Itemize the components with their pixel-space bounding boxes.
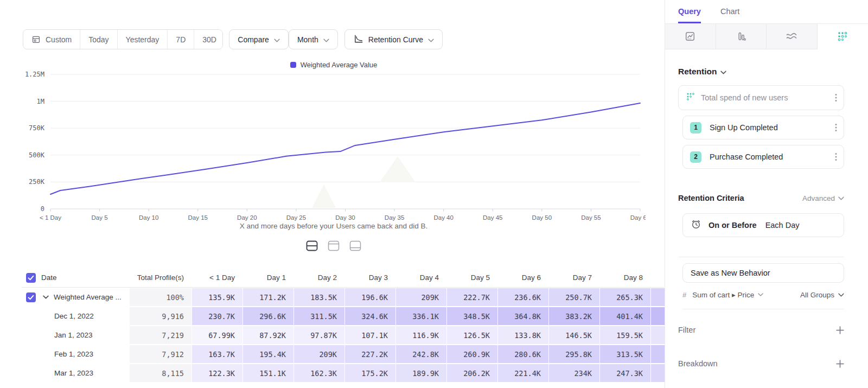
range-7d[interactable]: 7D [167,30,194,49]
retention-value-cell: 97.87K [294,326,344,344]
range-custom[interactable]: Custom [23,30,80,49]
x-axis-labels: < 1 DayDay 5Day 10Day 15Day 20Day 25Day … [40,214,646,221]
retention-value-cell: 122.3K [192,364,242,382]
retention-curve-chart[interactable]: 0250K500K750K1M1.25M < 1 DayDay 5Day 10D… [16,69,646,222]
step-event-label: Purchase Completed [710,152,783,161]
save-as-new-behavior-button[interactable]: Save as New Behavior [682,263,844,283]
chart-only-view-toggle-button[interactable] [324,237,343,255]
add-filter-button[interactable] [836,326,844,334]
svg-text:Day 25: Day 25 [286,214,306,221]
section-breakdown: Breakdown [678,359,844,368]
split-view-toggle-button[interactable] [302,237,322,255]
range-30d[interactable]: 30D [194,30,223,49]
step-number-badge: 1 [690,122,701,133]
kebab-menu-icon[interactable] [835,123,837,132]
retention-value-cell: 135.9K [192,288,242,306]
row-label: Jan 1, 2023 [22,326,129,344]
criteria-mode-dropdown[interactable]: Advanced [802,194,844,202]
behavior-step[interactable]: 1Sign Up Completed [682,116,844,139]
range-yesterday[interactable]: Yesterday [117,30,168,49]
column-header: Day 4 [396,268,446,287]
retention-value-cell: 348.5K [447,307,497,325]
svg-text:Day 10: Day 10 [139,214,158,221]
measure-property-label: Sum of cart ▸ Price [692,290,754,299]
total-profiles-cell: 7,219 [130,326,192,344]
retention-value-cell: 162.3K [294,364,344,382]
criteria-condition-label: On or Before [709,221,757,230]
kebab-menu-icon[interactable] [835,152,837,161]
select-all-checkbox[interactable] [26,273,36,283]
chevron-down-icon [838,293,844,297]
retention-value-cell: 209K [396,288,446,306]
row-checkbox[interactable] [26,292,36,302]
row-expand-caret-icon[interactable] [43,295,49,299]
y-axis-labels: 0250K500K750K1M1.25M [25,71,45,213]
svg-text:500K: 500K [29,151,45,159]
retention-value-cell: 230.7K [192,307,242,325]
behavior-title: Total spend of new users [701,93,788,102]
granularity-label: Month [297,35,318,44]
compare-button[interactable]: Compare [229,29,289,49]
flows-icon[interactable] [767,24,818,49]
retention-value-cell: 133.8K [498,326,548,344]
table-row[interactable]: Jan 1, 20237,21967.99K87.92K97.87K107.1K… [22,326,664,344]
table-row[interactable]: Feb 1, 20237,912163.7K195.4K209K227.2K24… [22,345,664,363]
chart-type-button[interactable]: Retention Curve [344,29,443,49]
svg-text:Day 40: Day 40 [433,214,453,221]
table-row[interactable]: Weighted Average ...100%135.9K171.2K183.… [22,288,664,306]
split-view-icon [305,240,318,252]
retention-value-cell: 151.1K [243,364,293,382]
svg-text:250K: 250K [29,178,45,186]
retention-value-cell: 295.8K [549,345,599,363]
criteria-mode-label: Advanced [802,194,835,202]
retention-value-cell: 196.6K [345,288,395,306]
step-event-label: Sign Up Completed [710,123,778,132]
svg-text:< 1 Day: < 1 Day [40,214,61,221]
kebab-menu-icon[interactable] [835,93,837,102]
tab-chart[interactable]: Chart [720,0,739,23]
retention-value-cell: 189.9K [396,364,446,382]
funnels-icon[interactable] [716,24,767,49]
range-label: 7D [176,35,186,44]
retention-icon[interactable] [818,24,868,49]
retention-value-cell: 250.7K [549,288,599,306]
column-header: Day 5 [447,268,497,287]
divider [678,257,844,257]
group-by-dropdown[interactable]: All Groups [800,291,844,299]
svg-text:1M: 1M [37,98,44,105]
measure-property-dropdown[interactable]: Sum of cart ▸ Price [692,290,763,299]
svg-text:Day 45: Day 45 [483,214,502,221]
row-label: Feb 1, 2023 [22,345,129,363]
report-type-header[interactable]: Retention [678,67,844,77]
retention-table: DateTotal Profile(s)< 1 DayDay 1Day 2Day… [22,268,664,383]
behavior-step[interactable]: 2Purchase Completed [682,145,844,169]
column-header: < 1 Day [192,268,242,287]
retention-value-cell: 265.3K [600,288,650,306]
range-today[interactable]: Today [80,30,117,49]
column-header: Day 7 [549,268,599,287]
table-header-date: Date [22,268,129,287]
retention-criteria-header: Retention Criteria Advanced [678,194,844,202]
retention-value-cell: 242.8K [396,345,446,363]
tab-query[interactable]: Query [678,0,701,23]
criteria-condition-card[interactable]: On or Before Each Day [682,213,844,237]
insights-icon[interactable] [665,24,716,49]
svg-text:Day 15: Day 15 [188,214,208,221]
retention-value-cell: 163.7K [192,345,242,363]
chevron-down-icon [428,35,434,44]
row-label: Mar 1, 2023 [22,364,129,382]
row-label: Dec 1, 2022 [22,307,129,325]
table-row[interactable]: Mar 1, 20238,115122.3K151.1K162.3K175.2K… [22,364,664,382]
behavior-card[interactable]: Total spend of new users [678,85,844,110]
retention-value-cell: 175.2K [345,364,395,382]
group-by-label: All Groups [800,291,834,299]
retention-value-cell: 87.92K [243,326,293,344]
range-label: 30D [202,35,216,44]
granularity-button[interactable]: Month [289,29,338,49]
svg-text:Day 50: Day 50 [532,214,552,221]
table-only-view-toggle-button[interactable] [346,237,365,255]
tab-query-label: Query [678,7,701,16]
add-breakdown-button[interactable] [836,360,844,368]
retention-value-cell: 146.5K [549,326,599,344]
table-row[interactable]: Dec 1, 20229,916230.7K296.6K311.5K324.6K… [22,307,664,325]
